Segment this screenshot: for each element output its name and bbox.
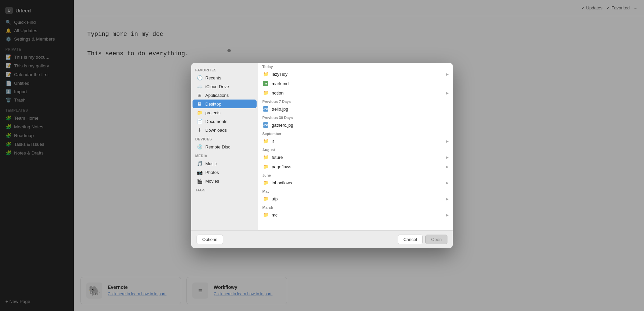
file-item-lazytidy[interactable]: 📁 lazyTidy ▶ [258,69,453,79]
chevron-right-lazytidy: ▶ [446,72,449,76]
film-icon: 🎬 [197,178,203,184]
documents-icon: 📄 [197,119,203,124]
dialog-label-movies: Movies [205,179,219,184]
folder-icon-lazytidy: 📁 [262,71,269,77]
dialog-item-music[interactable]: 🎵 Music [193,159,257,168]
section-may: May [258,187,453,194]
options-button[interactable]: Options [197,235,223,244]
file-item-inboxflows[interactable]: 📁 inboxflows ▶ [258,178,453,187]
file-item-trello[interactable]: JPG trello.jpg [258,104,453,114]
dialog-label-icloud: iCloud Drive [205,84,229,89]
dialog-label-recents: Recents [205,75,221,80]
file-name-mc: mc [272,212,443,217]
footer-left: Options [197,235,223,244]
file-name-lf: lf [272,139,443,144]
download-icon: ⬇ [197,127,203,133]
folder-icon-pageflows: 📁 [262,164,269,169]
file-name-mark-md: mark.md [272,81,449,86]
dialog-item-photos[interactable]: 📷 Photos [193,168,257,177]
dialog-item-remote-disc[interactable]: 💿 Remote Disc [193,142,257,151]
dialog-label-documents: Documents [205,119,227,124]
dialog-item-movies[interactable]: 🎬 Movies [193,177,257,185]
chevron-right-ufp: ▶ [446,197,449,201]
chevron-right-future: ▶ [446,156,449,159]
dialog-label-remote-disc: Remote Disc [205,144,230,149]
folder-icon-future: 📁 [262,154,269,160]
file-item-mc[interactable]: 📁 mc ▶ [258,210,453,220]
section-june: June [258,171,453,178]
file-name-ufp: ufp [272,196,443,201]
folder-icon-notion: 📁 [262,90,269,96]
folder-icon-lf: 📁 [262,138,269,144]
chevron-right-mc: ▶ [446,213,449,217]
dialog-label-applications: Applications [205,93,229,98]
section-march: March [258,203,453,210]
section-august: August [258,146,453,152]
dialog-section-media: Media [191,151,258,159]
chevron-right-inboxflows: ▶ [446,181,449,185]
dialog-item-projects[interactable]: 📁 projects [193,108,257,117]
section-prev30: Previous 30 Days [258,114,453,120]
file-name-trello: trello.jpg [272,107,449,112]
file-name-future: future [272,155,443,160]
dialog-label-photos: Photos [205,170,219,175]
cancel-button[interactable]: Cancel [398,235,423,244]
file-open-dialog: Favorites 🕐 Recents ☁️ iCloud Drive ⊞ Ap… [191,63,453,248]
chevron-right-notion: ▶ [446,91,449,95]
file-item-lf[interactable]: 📁 lf ▶ [258,136,453,146]
file-name-lazytidy: lazyTidy [272,72,443,77]
footer-right: Cancel Open [398,235,447,244]
open-button[interactable]: Open [425,235,447,244]
dialog-section-tags: Tags [191,185,258,193]
cloud-icon: ☁️ [197,84,203,89]
dialog-item-recents[interactable]: 🕐 Recents [193,73,257,82]
dialog-section-devices: Devices [191,134,258,142]
folder-icon-inboxflows: 📁 [262,180,269,185]
dialog-item-downloads[interactable]: ⬇ Downloads [193,126,257,134]
dialog-footer: Options Cancel Open [191,230,453,248]
dialog-label-downloads: Downloads [205,128,227,133]
chevron-right-pageflows: ▶ [446,165,449,169]
file-name-pageflows: pageflows [272,164,443,169]
file-item-gatherc[interactable]: JPG gatherc.jpg [258,120,453,130]
section-today: Today [258,63,453,69]
monitor-icon: 🖥 [197,101,203,107]
section-prev7: Previous 7 Days [258,98,453,104]
dialog-item-applications[interactable]: ⊞ Applications [193,91,257,100]
jpg-icon-gatherc: JPG [262,122,269,128]
dialog-left-panel: Favorites 🕐 Recents ☁️ iCloud Drive ⊞ Ap… [191,63,258,230]
disc-icon: 💿 [197,144,203,149]
chevron-right-lf: ▶ [446,139,449,143]
dialog-item-desktop[interactable]: 🖥 Desktop [193,100,257,108]
file-item-notion[interactable]: 📁 notion ▶ [258,88,453,98]
grid-icon: ⊞ [197,92,203,98]
file-name-notion: notion [272,90,443,96]
dialog-item-documents[interactable]: 📄 Documents [193,117,257,126]
dialog-right-panel: Today 📁 lazyTidy ▶ M mark.md 📁 notion ▶ … [258,63,453,230]
file-name-gatherc: gatherc.jpg [272,123,449,128]
dialog-label-music: Music [205,161,217,166]
dialog-label-projects: projects [205,110,221,115]
dialog-body: Favorites 🕐 Recents ☁️ iCloud Drive ⊞ Ap… [191,63,453,230]
file-item-future[interactable]: 📁 future ▶ [258,152,453,162]
file-item-mark-md[interactable]: M mark.md [258,79,453,88]
jpg-icon-trello: JPG [262,106,269,112]
file-name-inboxflows: inboxflows [272,180,443,185]
music-icon: 🎵 [197,161,203,166]
section-september: September [258,130,453,136]
folder-icon-mc: 📁 [262,212,269,217]
dialog-label-desktop: Desktop [205,102,221,107]
md-icon-mark: M [262,81,269,86]
dialog-overlay: Favorites 🕐 Recents ☁️ iCloud Drive ⊞ Ap… [0,0,644,311]
file-item-ufp[interactable]: 📁 ufp ▶ [258,194,453,203]
clock-icon: 🕐 [197,75,203,80]
file-item-pageflows[interactable]: 📁 pageflows ▶ [258,162,453,171]
camera-icon: 📷 [197,170,203,175]
projects-folder-icon: 📁 [197,110,203,115]
dialog-item-icloud[interactable]: ☁️ iCloud Drive [193,82,257,91]
folder-icon-ufp: 📁 [262,196,269,201]
dialog-section-favorites: Favorites [191,65,258,73]
